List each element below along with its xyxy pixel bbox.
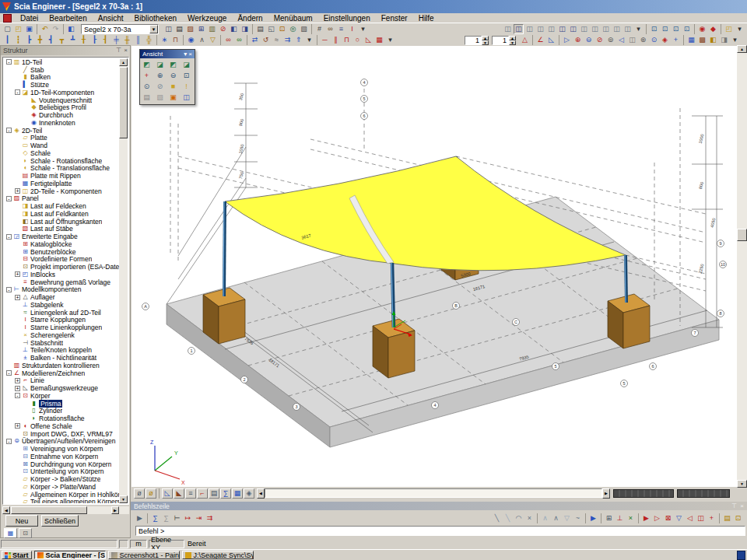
layer-view-7-icon[interactable]: ◫ [568, 24, 578, 34]
beam-tool-12-icon[interactable]: ╫ [122, 35, 132, 45]
view-top-icon[interactable]: ◩ [168, 60, 178, 70]
tree-item-schale[interactable]: ◇Schale [4, 149, 119, 157]
cursor-4-icon[interactable]: ▽ [674, 513, 684, 523]
table-2-icon[interactable]: ▩ [697, 35, 707, 45]
viewport-vscroll-thumb[interactable] [737, 229, 747, 241]
menu-datei[interactable]: Datei [15, 14, 44, 23]
tree-item-inblocks[interactable]: +◰InBlocks [4, 271, 119, 278]
tree-item-stabgelenk[interactable]: ⊥Stabgelenk [4, 301, 119, 309]
menu-hilfe[interactable]: Hilfe [413, 14, 440, 23]
snap-line-icon[interactable]: ╲ [492, 513, 502, 523]
beam-tool-10-icon[interactable]: ┨ [100, 35, 110, 45]
tree-item-vereinigung-von-k-rpern[interactable]: ⊞Vereinigung von Körpern [4, 445, 119, 453]
cursor-2-icon[interactable]: ▷ [652, 513, 662, 523]
pin-icon[interactable]: ⊤ [731, 503, 737, 509]
levels-icon[interactable]: ≡ [336, 24, 346, 34]
beam-tool-6-icon[interactable]: ┳ [57, 35, 67, 45]
menu-werkzeuge[interactable]: Werkzeuge [182, 14, 232, 23]
tree-item-allgemeinen-k-rper-in-hohlk-rper[interactable]: ▱Allgemeinen Körper in Hohlkörper [4, 491, 119, 499]
new-icon[interactable]: ▢ [2, 24, 12, 34]
draw-circle-icon[interactable]: ○ [352, 35, 363, 45]
tree-item-katalogbl-cke[interactable]: ⊞Katalogblöcke [4, 240, 119, 248]
expand-icon[interactable]: + [15, 423, 20, 429]
print-sm-icon[interactable]: ▤ [209, 488, 219, 499]
cursor-5-icon[interactable]: ◁ [685, 513, 695, 523]
tree-item-k-rper-platte-wand[interactable]: ▱Körper -> Platte/Wand [4, 483, 119, 491]
collapse-icon[interactable]: - [6, 287, 12, 292]
copy-view-3-icon[interactable]: ⊡ [671, 24, 681, 34]
burst-icon[interactable]: ⊛ [638, 35, 648, 45]
tree-item-k-rper-balken-st-tze[interactable]: ▱Körper -> Balken/Stütze [4, 475, 119, 483]
beam-tool-11-icon[interactable]: ╪ [111, 35, 121, 45]
tree-item-panel[interactable]: -▨Panel [4, 195, 119, 203]
tree-item-platte-mit-rippen[interactable]: ▤Platte mit Rippen [4, 172, 119, 180]
copy-view-4-icon[interactable]: ⊡ [682, 24, 692, 34]
cursor-7-icon[interactable]: + [707, 513, 717, 523]
collapse-icon[interactable]: - [6, 234, 12, 240]
tree-item-zylinder[interactable]: ▯Zylinder [4, 408, 119, 415]
tree-item-scherengelenk[interactable]: ×Scherengelenk [4, 331, 119, 339]
tree-item-voutenquerschnitt[interactable]: ◣Voutenquerschnitt [4, 96, 119, 104]
mirror-icon[interactable]: ≈ [272, 35, 282, 45]
angle-icon[interactable]: ∠ [535, 35, 545, 45]
tree-item-strukturdaten-kontrollieren[interactable]: ▥Strukturdaten kontrollieren [4, 362, 119, 369]
menu-bearbeiten[interactable]: Bearbeiten [44, 14, 92, 23]
tree-item-stab[interactable]: ╱Stab [4, 66, 119, 74]
grid-step-spinner[interactable]: 1 ▲▼ [465, 36, 489, 45]
snap-seg-icon[interactable]: ╲ [503, 513, 513, 523]
options-icon[interactable]: ◈ [244, 488, 254, 499]
spin-down-icon[interactable]: ▼ [482, 40, 489, 45]
cursor-b-icon[interactable]: ◁ [616, 35, 626, 45]
solid-view-icon[interactable]: ■ [168, 82, 178, 92]
printer-data-icon[interactable]: ▤ [174, 24, 184, 34]
expand-icon[interactable]: + [15, 188, 20, 194]
expand-icon[interactable]: + [15, 378, 20, 383]
close-icon[interactable]: × [188, 51, 192, 58]
zoom-in-icon[interactable]: ⊕ [155, 71, 165, 81]
layer-view-11-icon[interactable]: ◫ [612, 24, 622, 34]
view-front-icon[interactable]: ◩ [142, 60, 152, 70]
beam-tool-3-icon[interactable]: ┣ [24, 35, 34, 45]
tray-language-indicator[interactable] [737, 551, 745, 560]
copy-view-2-icon[interactable]: ⊡ [660, 24, 670, 34]
title-bar[interactable]: Scia Engineer - [Segel2 x 70-3a : 1] [0, 0, 747, 13]
table-1-icon[interactable]: ▦ [686, 35, 696, 45]
tree-item-innenknoten[interactable]: ◉Innenknoten [4, 119, 119, 127]
cursor-6-icon[interactable]: ◫ [696, 513, 706, 523]
tree-item-starre-linienkopplungen[interactable]: IStarre Linienkopplungen [4, 324, 119, 331]
node-remove-icon[interactable]: ⊖ [584, 35, 594, 45]
beam-tool-1-icon[interactable]: ┃ [2, 35, 12, 45]
scroll-down-icon[interactable]: ▼ [119, 495, 128, 503]
plus-sel-icon[interactable]: + [671, 35, 681, 45]
collapse-icon[interactable]: - [6, 128, 12, 133]
block-icon[interactable]: ⊓ [170, 35, 181, 45]
view-point-icon[interactable]: ◺ [162, 488, 173, 499]
draw-triangle-icon[interactable]: ◺ [363, 35, 374, 45]
layer-view-6-icon[interactable]: ◫ [557, 24, 567, 34]
undo-icon[interactable]: ↶ [40, 24, 50, 34]
draw-line-icon[interactable]: ─ [320, 35, 330, 45]
calc-sm-icon[interactable]: ∑ [220, 488, 231, 499]
start-button[interactable]: Start [2, 551, 32, 559]
tree-item-last-auf-st-be[interactable]: ▧Last auf Stäbe [4, 226, 119, 233]
window-cascade-icon[interactable]: ◨ [240, 24, 250, 34]
project-combobox[interactable]: Segel2 x 70-3a ▼ [81, 24, 159, 34]
new-window-icon[interactable]: ◧ [66, 24, 76, 34]
print-view-icon[interactable]: ▤ [142, 93, 152, 103]
ortho-icon[interactable]: ⊥ [615, 513, 625, 523]
print-preview-icon[interactable]: ◱ [266, 24, 276, 34]
trace-1-icon[interactable]: ↦ [183, 513, 193, 523]
viewport-dark-bar-1[interactable] [613, 489, 674, 498]
menu-bibliotheken[interactable]: Bibliotheken [129, 14, 182, 23]
scroll-right-icon[interactable]: ▶ [602, 488, 610, 499]
move-icon[interactable]: ⇄ [250, 35, 260, 45]
shaded-icon[interactable]: ø [146, 488, 156, 499]
layer-view-5-icon[interactable]: ◫ [546, 24, 556, 34]
tree-item-unterteilung-von-k-rpern[interactable]: ⊡Unterteilung von Körpern [4, 468, 119, 476]
neu-button[interactable]: Neu [5, 515, 38, 527]
link-red-icon[interactable]: ∞ [223, 35, 233, 45]
tree-item-durchbruch[interactable]: ◈Durchbruch [4, 111, 119, 119]
3d-canvas[interactable]: A12345BC4569108765 530018171793618171793… [132, 46, 737, 487]
layer-view-8-icon[interactable]: ◫ [579, 24, 589, 34]
table-sm-icon[interactable]: ▦ [232, 488, 243, 499]
